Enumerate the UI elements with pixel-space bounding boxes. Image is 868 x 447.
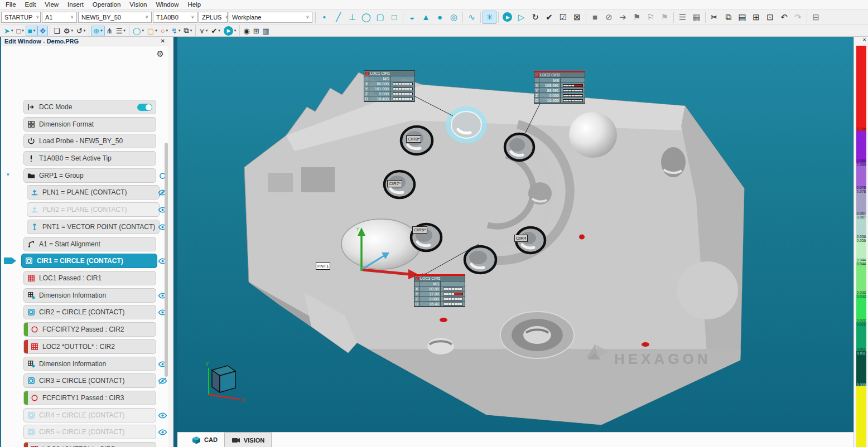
program-select[interactable]: STARTUP∨	[1, 12, 41, 23]
bookmark-remove-icon[interactable]: ⚑	[658, 11, 672, 24]
edit-item-fcfcirty1[interactable]: FCFCIRTY1 Passed : CIR3	[1, 391, 168, 406]
stop-icon[interactable]: ■	[588, 11, 602, 24]
circle-tolerance-icon[interactable]: ○▾	[159, 26, 170, 36]
doc-check-icon[interactable]: ☑	[556, 11, 570, 24]
menu-help[interactable]: Help	[183, 0, 205, 9]
close-icon[interactable]: ✕	[862, 37, 866, 42]
tab-cad[interactable]: CAD	[185, 433, 224, 447]
eye-slash-icon[interactable]	[158, 377, 167, 385]
torus-feature-icon[interactable]: ◎	[447, 11, 461, 24]
menu-vision[interactable]: Vision	[125, 0, 151, 9]
ellipse-feature-icon[interactable]: ◯▾	[131, 26, 146, 36]
eye-icon[interactable]	[158, 412, 167, 419]
edit-item-grp1[interactable]: ▾ GRP1 = Group	[1, 168, 168, 183]
edit-item-set-active-tip[interactable]: T1A0B0 = Set Active Tip	[1, 151, 168, 166]
cone-feature-icon[interactable]: ▲	[419, 11, 433, 24]
probe-path-icon[interactable]: ⋔	[105, 26, 114, 36]
copy-pattern-icon[interactable]: ⧉▾	[182, 26, 194, 36]
feature-tag-cir4[interactable]: CIR4	[514, 235, 528, 242]
menu-file[interactable]: File	[1, 0, 21, 9]
bookmark-add-icon[interactable]: ⚐	[644, 11, 658, 24]
menu-edit[interactable]: Edit	[21, 0, 41, 9]
view-wireframe-icon[interactable]: □▾	[15, 26, 25, 36]
feature-tag-pnt1[interactable]: PNT1	[316, 263, 330, 270]
ed it-item-dim-info-1[interactable]: Dimension Information	[1, 288, 168, 303]
point-feature-icon[interactable]: •	[317, 11, 331, 24]
report-icon[interactable]: ☰	[676, 11, 689, 24]
program-settings-icon[interactable]: ⚙▾	[62, 26, 75, 36]
panel-divider[interactable]	[173, 37, 177, 447]
eye-icon[interactable]	[158, 429, 167, 436]
edit-item-a1-alignment[interactable]: A1 = Start Alignment	[1, 237, 168, 252]
edit-item-dim-info-2[interactable]: Dimension Information	[1, 357, 168, 372]
graph-window-icon[interactable]: ▥	[261, 26, 271, 36]
report-grid-icon[interactable]: ▦	[689, 11, 703, 24]
edit-item-dimension-format[interactable]: Dimension Format	[1, 117, 168, 132]
round-slot-icon[interactable]: ▢▾	[146, 26, 159, 36]
auto-feature-icon[interactable]: ✳	[483, 11, 496, 24]
feature-list-icon[interactable]: ☰▾	[114, 26, 127, 36]
pattern-icon[interactable]: ⊡	[763, 11, 777, 24]
view-orientation-cube[interactable]: Y X	[205, 361, 245, 404]
gear-icon[interactable]: ⚙	[157, 49, 164, 59]
path-lines-icon[interactable]: ⋎▾	[197, 26, 209, 36]
curve-feature-icon[interactable]: ∿	[465, 11, 479, 24]
execute-mini-icon[interactable]: ▶▾	[222, 26, 238, 36]
circle-feature-icon[interactable]: ◯	[359, 11, 373, 24]
dcc-mode-toggle[interactable]	[137, 104, 152, 111]
view-sphere-icon[interactable]: ⊕▾	[91, 26, 104, 36]
expander-icon[interactable]: ▾	[7, 172, 9, 177]
edit-item-loc1[interactable]: LOC1 Passed : CIR1	[1, 271, 168, 286]
plane-feature-icon[interactable]: ⊥	[345, 11, 359, 24]
edit-item-pln1[interactable]: PLN1 = PLANE (CONTACT)	[1, 185, 168, 200]
comment-icon[interactable]: ❏	[52, 26, 62, 36]
rotate-view-icon[interactable]: ↺▾	[75, 26, 87, 36]
feature-tag-cir7[interactable]: CIR7*	[387, 180, 402, 187]
view-solid-icon[interactable]: ■▾	[26, 26, 37, 36]
menu-insert[interactable]: Insert	[63, 0, 88, 9]
feature-tag-cir6[interactable]: CIR6*	[412, 226, 427, 234]
feature-tag-cir8[interactable]: CIR8*	[406, 135, 421, 143]
print-icon[interactable]: ⊟	[809, 11, 823, 24]
close-icon[interactable]: ✕	[161, 38, 165, 44]
cursor-mode-icon[interactable]: ➤▾	[2, 26, 15, 36]
edit-item-load-probe[interactable]: Load Probe - NEW5_BY_50	[1, 134, 168, 149]
loop-icon[interactable]: ↻	[528, 11, 542, 24]
edit-item-loc2[interactable]: LOC2 *OUTTOL* : CIR2	[1, 339, 168, 354]
edit-item-cir4[interactable]: CIR4 = CIRCLE (CONTACT)	[1, 408, 168, 423]
scrollbar-thumb[interactable]	[165, 143, 168, 377]
paste-special-icon[interactable]: ⊞	[749, 11, 763, 24]
square-feature-icon[interactable]: □	[387, 11, 401, 24]
bookmark-icon[interactable]: ⚑	[630, 11, 644, 24]
pan-icon[interactable]: ✥	[37, 26, 48, 36]
mark-icon[interactable]: ✔▾	[209, 26, 221, 36]
paste-icon[interactable]: ▤	[735, 11, 749, 24]
line-feature-icon[interactable]: ╱	[331, 11, 345, 24]
panel-scrollbar[interactable]	[168, 37, 173, 447]
edit-item-pnt1[interactable]: PNT1 = VECTOR POINT (CONTACT)	[1, 220, 168, 235]
menu-view[interactable]: View	[40, 0, 63, 9]
edit-item-cir1-selected[interactable]: CIR1 = CIRCLE (CONTACT)	[1, 254, 168, 269]
stop-disabled-icon[interactable]: ⊘	[602, 11, 616, 24]
edit-item-pln2[interactable]: PLN2 = PLANE (CONTACT)	[1, 202, 168, 217]
edit-item-cir3[interactable]: CIR3 = CIRCLE (CONTACT)	[1, 373, 168, 388]
alignment-select[interactable]: A1∨	[42, 12, 77, 23]
snapshot-camera-icon[interactable]: ◉	[242, 26, 251, 36]
undo-icon[interactable]: ↶	[777, 11, 791, 24]
menu-operation[interactable]: Operation	[88, 0, 126, 9]
quick-feature-icon[interactable]: ↯▾	[170, 26, 182, 36]
tip-select[interactable]: T1A0B0∨	[153, 12, 197, 23]
workplane-axis-select[interactable]: ZPLUS∨	[199, 12, 228, 23]
redo-icon[interactable]: ↷	[791, 11, 805, 24]
edit-item-fcfcirty2[interactable]: FCFCIRTY2 Passed : CIR2	[1, 322, 168, 337]
continue-icon[interactable]: ➔	[616, 11, 630, 24]
mark-done-icon[interactable]: ✔	[542, 11, 556, 24]
tab-vision[interactable]: VISION	[224, 433, 272, 447]
menu-window[interactable]: Window	[151, 0, 183, 9]
dimension-label-loc1[interactable]: LOC1 CIR1 MS X80.000 Y101.000 Z0.000 D16…	[364, 70, 415, 102]
slot-feature-icon[interactable]: ▢	[373, 11, 387, 24]
workplane-select[interactable]: Workplane∨	[229, 12, 312, 23]
probe-select[interactable]: NEW5_BY_50∨	[78, 12, 152, 23]
dimension-label-loc2[interactable]: LOC2 CIR2 MS X108.991 Y88.991 Z0.000 D16…	[534, 71, 585, 104]
edit-item-cir5[interactable]: CIR5 = CIRCLE (CONTACT)	[1, 425, 168, 440]
